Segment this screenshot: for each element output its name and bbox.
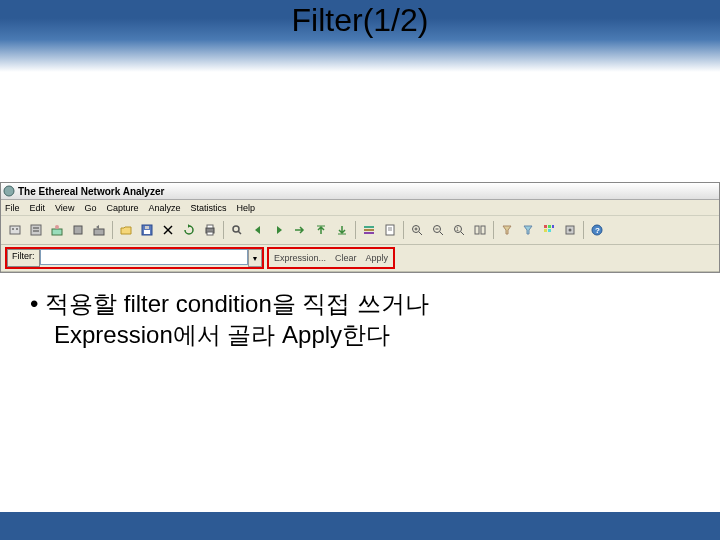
svg-text:1: 1 — [456, 226, 459, 232]
bullet-text: • 적용할 filter condition을 직접 쓰거나 Expressio… — [0, 273, 720, 350]
menu-statistics[interactable]: Statistics — [190, 203, 226, 213]
svg-rect-25 — [364, 232, 374, 234]
toolbar-separator — [355, 221, 356, 239]
autoscroll-icon[interactable] — [380, 220, 400, 240]
svg-rect-39 — [475, 226, 479, 234]
svg-rect-41 — [544, 225, 547, 228]
slide-footer — [0, 512, 720, 540]
dropdown-arrow-icon[interactable]: ▼ — [248, 249, 262, 267]
svg-rect-44 — [544, 229, 547, 232]
app-screenshot: The Ethereal Network Analyzer File Edit … — [0, 182, 720, 273]
svg-rect-40 — [481, 226, 485, 234]
filter-input[interactable] — [40, 249, 249, 265]
svg-line-20 — [238, 231, 241, 234]
window-title: The Ethereal Network Analyzer — [18, 186, 164, 197]
options-icon[interactable] — [26, 220, 46, 240]
coloring-rules-icon[interactable] — [539, 220, 559, 240]
preferences-icon[interactable] — [560, 220, 580, 240]
svg-rect-43 — [552, 225, 554, 228]
svg-rect-4 — [31, 225, 41, 235]
menu-file[interactable]: File — [5, 203, 20, 213]
svg-rect-23 — [364, 226, 374, 228]
capture-filters-icon[interactable] — [497, 220, 517, 240]
save-icon[interactable] — [137, 220, 157, 240]
close-icon[interactable] — [158, 220, 178, 240]
window-titlebar: The Ethereal Network Analyzer — [1, 183, 719, 200]
colorize-icon[interactable] — [359, 220, 379, 240]
display-filters-icon[interactable] — [518, 220, 538, 240]
bullet-line-1: • 적용할 filter condition을 직접 쓰거나 — [30, 288, 690, 319]
goto-icon[interactable] — [290, 220, 310, 240]
filter-label-button[interactable]: Filter: — [7, 249, 40, 267]
svg-text:?: ? — [595, 226, 600, 235]
slide-title-bar: Filter(1/2) — [0, 0, 720, 72]
filter-highlight-left: Filter: ▼ — [5, 247, 264, 269]
toolbar: 1 ? — [1, 216, 719, 245]
menu-analyze[interactable]: Analyze — [148, 203, 180, 213]
toolbar-separator — [583, 221, 584, 239]
menu-help[interactable]: Help — [236, 203, 255, 213]
svg-rect-17 — [207, 225, 213, 228]
resize-columns-icon[interactable] — [470, 220, 490, 240]
restart-capture-icon[interactable] — [89, 220, 109, 240]
goto-bottom-icon[interactable] — [332, 220, 352, 240]
svg-line-30 — [419, 232, 422, 235]
help-icon[interactable]: ? — [587, 220, 607, 240]
svg-rect-9 — [74, 226, 82, 234]
toolbar-separator — [112, 221, 113, 239]
bullet-line-2: Expression에서 골라 Apply한다 — [54, 319, 690, 350]
print-icon[interactable] — [200, 220, 220, 240]
svg-rect-1 — [10, 226, 20, 234]
find-icon[interactable] — [227, 220, 247, 240]
clear-button[interactable]: Clear — [332, 252, 360, 264]
filter-highlight-right: Expression... Clear Apply — [267, 247, 395, 269]
apply-button[interactable]: Apply — [363, 252, 392, 264]
toolbar-separator — [223, 221, 224, 239]
svg-point-47 — [569, 229, 572, 232]
svg-rect-45 — [548, 229, 551, 232]
menu-capture[interactable]: Capture — [106, 203, 138, 213]
menu-edit[interactable]: Edit — [30, 203, 46, 213]
svg-rect-13 — [145, 226, 149, 229]
svg-point-0 — [4, 186, 14, 196]
filter-bar: Filter: ▼ Expression... Clear Apply — [1, 245, 719, 272]
forward-icon[interactable] — [269, 220, 289, 240]
interfaces-icon[interactable] — [5, 220, 25, 240]
svg-rect-10 — [94, 229, 104, 235]
expression-button[interactable]: Expression... — [271, 252, 329, 264]
menu-bar: File Edit View Go Capture Analyze Statis… — [1, 200, 719, 216]
menu-go[interactable]: Go — [84, 203, 96, 213]
toolbar-separator — [403, 221, 404, 239]
svg-rect-3 — [16, 228, 18, 230]
svg-rect-7 — [52, 229, 62, 235]
back-icon[interactable] — [248, 220, 268, 240]
zoom-in-icon[interactable] — [407, 220, 427, 240]
app-icon — [3, 185, 15, 197]
svg-rect-24 — [364, 229, 374, 231]
start-capture-icon[interactable] — [47, 220, 67, 240]
zoom-out-icon[interactable] — [428, 220, 448, 240]
toolbar-separator — [493, 221, 494, 239]
svg-rect-12 — [144, 230, 150, 234]
svg-line-37 — [461, 232, 464, 235]
open-icon[interactable] — [116, 220, 136, 240]
goto-top-icon[interactable] — [311, 220, 331, 240]
svg-rect-2 — [12, 228, 14, 230]
svg-rect-42 — [548, 225, 551, 228]
svg-line-34 — [440, 232, 443, 235]
svg-point-8 — [55, 225, 59, 229]
menu-view[interactable]: View — [55, 203, 74, 213]
svg-rect-18 — [207, 232, 213, 235]
reload-icon[interactable] — [179, 220, 199, 240]
blank-area — [0, 72, 720, 182]
stop-capture-icon[interactable] — [68, 220, 88, 240]
zoom-fit-icon[interactable]: 1 — [449, 220, 469, 240]
slide-title: Filter(1/2) — [292, 2, 429, 39]
